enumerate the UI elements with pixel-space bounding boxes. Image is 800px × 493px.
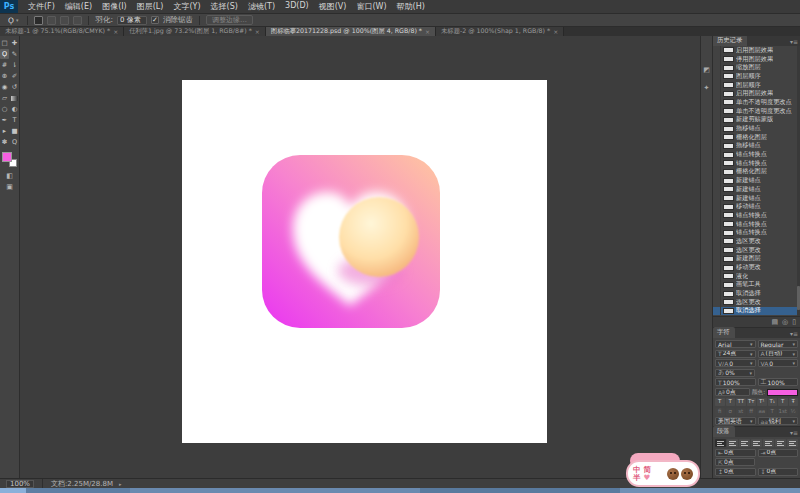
opentype-button[interactable]: ff: [747, 408, 757, 416]
tab-character[interactable]: 字符: [713, 327, 735, 338]
menu-item[interactable]: 图层(L): [132, 1, 169, 12]
eraser-tool[interactable]: ▱: [0, 93, 9, 103]
opentype-button[interactable]: fi: [715, 408, 725, 416]
history-brush-source-well[interactable]: [713, 255, 721, 264]
history-brush-source-well[interactable]: [713, 107, 721, 116]
brush-tool[interactable]: ✐: [10, 71, 19, 81]
horizontal-scale-input[interactable]: 工100%: [758, 378, 799, 386]
history-state-row[interactable]: 取消选择: [713, 289, 800, 298]
feather-input[interactable]: 0 像素: [117, 16, 147, 25]
antialias-checkbox[interactable]: ✓: [151, 16, 159, 24]
proportional-spacing-select[interactable]: あ0%▾: [715, 369, 755, 377]
menu-item[interactable]: 3D(D): [280, 1, 314, 12]
type-tool[interactable]: T: [10, 115, 19, 125]
blur-tool[interactable]: ○: [0, 104, 9, 114]
history-state-row[interactable]: 单击不透明度更改点: [713, 107, 800, 116]
opentype-button[interactable]: aa: [757, 408, 767, 416]
menu-item[interactable]: 选择(S): [206, 1, 243, 12]
close-icon[interactable]: ×: [553, 28, 558, 35]
text-color-swatch[interactable]: [767, 389, 798, 396]
history-state-row[interactable]: 新建锚点: [713, 185, 800, 194]
history-brush-source-well[interactable]: [713, 281, 721, 290]
baseline-shift-input[interactable]: Aª0点: [715, 388, 750, 396]
antialias-select[interactable]: aa锐利▾: [758, 417, 799, 425]
char-style-button[interactable]: T: [778, 398, 788, 406]
opentype-button[interactable]: T: [768, 408, 778, 416]
history-brush-source-well[interactable]: [713, 298, 721, 307]
history-state-row[interactable]: 锚点转换点: [713, 150, 800, 159]
history-brush-source-well[interactable]: [713, 46, 721, 55]
menu-item[interactable]: 滤镜(T): [243, 1, 280, 12]
history-state-row[interactable]: 画笔工具: [713, 281, 800, 290]
history-state-row[interactable]: 启用图层效果: [713, 89, 800, 98]
intersect-selection-button[interactable]: [73, 16, 82, 25]
history-brush-source-well[interactable]: [713, 194, 721, 203]
char-style-button[interactable]: Tт: [747, 398, 757, 406]
menu-item[interactable]: 图像(I): [97, 1, 132, 12]
char-style-button[interactable]: T₁: [768, 398, 778, 406]
language-select[interactable]: 美国英语▾: [715, 417, 756, 425]
crop-tool[interactable]: #: [0, 60, 9, 70]
document-canvas[interactable]: [182, 80, 547, 443]
history-brush-source-well[interactable]: [713, 263, 721, 272]
panel-menu-icon[interactable]: ▾≡: [790, 38, 798, 45]
leading-select[interactable]: A(自动)▾: [758, 350, 799, 358]
history-brush-source-well[interactable]: [713, 159, 721, 168]
char-style-button[interactable]: TT: [736, 398, 746, 406]
history-brush-source-well[interactable]: [713, 124, 721, 133]
font-size-select[interactable]: T24点▾: [715, 350, 756, 358]
vertical-scale-input[interactable]: T100%: [715, 378, 756, 386]
move-tool[interactable]: ✚: [10, 38, 19, 48]
status-options-arrow[interactable]: ▸: [119, 481, 122, 487]
history-state-row[interactable]: 选区更改: [713, 298, 800, 307]
new-snapshot-icon[interactable]: ◎: [782, 318, 788, 326]
menu-item[interactable]: 文件(F): [23, 1, 60, 12]
document-tab[interactable]: 任利萍1.jpg @ 73.2%(图层 1, RGB/8#) *×: [124, 27, 266, 36]
history-brush-source-well[interactable]: [713, 89, 721, 98]
hand-tool[interactable]: ✽: [0, 137, 9, 147]
space-after-input[interactable]: ↧0点: [758, 468, 799, 476]
history-brush-source-well[interactable]: [713, 237, 721, 246]
opentype-button[interactable]: 1st: [778, 408, 788, 416]
foreground-color-swatch[interactable]: [2, 152, 12, 162]
history-state-row[interactable]: 选区更改: [713, 237, 800, 246]
panel-menu-icon[interactable]: ▾≡: [790, 330, 798, 337]
quick-selection-tool[interactable]: ✎: [10, 49, 19, 59]
path-selection-tool[interactable]: ▸: [0, 126, 9, 136]
indent-right-input[interactable]: ⇥0点: [758, 449, 799, 457]
gradient-tool[interactable]: [10, 93, 19, 103]
opentype-button[interactable]: ½: [789, 408, 799, 416]
history-state-row[interactable]: 缩放图层: [713, 63, 800, 72]
new-doc-from-state-icon[interactable]: ▤: [771, 318, 778, 326]
tool-preset-picker[interactable]: Ϙ ▾: [5, 16, 21, 25]
adjustments-panel-icon[interactable]: ◩: [703, 66, 710, 74]
align-button[interactable]: [715, 439, 726, 447]
history-state-row[interactable]: 锚点转换点: [713, 211, 800, 220]
history-brush-source-well[interactable]: [713, 133, 721, 142]
char-style-button[interactable]: T¹: [757, 398, 767, 406]
align-button[interactable]: [739, 439, 750, 447]
new-selection-button[interactable]: [34, 16, 43, 25]
history-brush-source-well[interactable]: [713, 81, 721, 90]
history-state-row[interactable]: 液化: [713, 272, 800, 281]
history-state-row[interactable]: 取消选择: [713, 307, 800, 316]
menu-item[interactable]: 编辑(E): [60, 1, 97, 12]
subtract-selection-button[interactable]: [60, 16, 69, 25]
char-style-button[interactable]: Ŧ: [789, 398, 799, 406]
dodge-tool[interactable]: ◐: [10, 104, 19, 114]
history-brush-source-well[interactable]: [713, 211, 721, 220]
history-brush-source-well[interactable]: [713, 307, 721, 316]
menu-item[interactable]: 视图(V): [314, 1, 352, 12]
menu-item[interactable]: 文字(Y): [168, 1, 205, 12]
close-icon[interactable]: ×: [113, 28, 118, 35]
opentype-button[interactable]: st: [736, 408, 746, 416]
first-line-indent-input[interactable]: ⇱0点: [715, 458, 755, 466]
menu-item[interactable]: 帮助(H): [392, 1, 430, 12]
history-state-row[interactable]: 移动锚点: [713, 202, 800, 211]
tab-history[interactable]: 历史记录: [713, 36, 747, 46]
menu-item[interactable]: 窗口(W): [351, 1, 391, 12]
history-brush-source-well[interactable]: [713, 150, 721, 159]
history-brush-source-well[interactable]: [713, 72, 721, 81]
history-state-row[interactable]: 锚点转换点: [713, 220, 800, 229]
screen-mode-icon[interactable]: ▣: [6, 183, 13, 191]
